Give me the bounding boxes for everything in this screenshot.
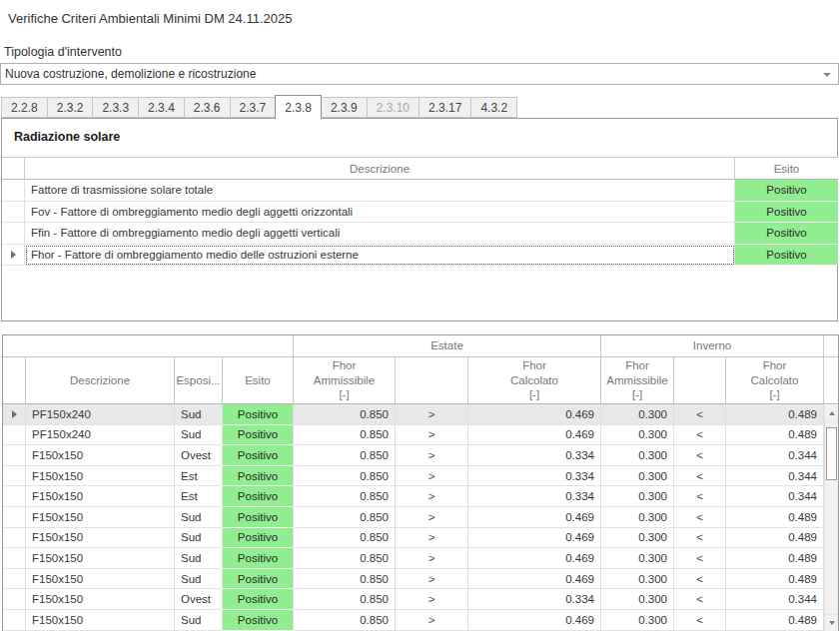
- cell-esposizione: Ovest: [175, 589, 223, 610]
- cell-estate-fhor-ammissibile: 0.850: [294, 610, 396, 631]
- results-row[interactable]: F150x150SudPositivo0.850>0.4690.300<0.48…: [3, 610, 838, 631]
- scroll-down-button[interactable]: [825, 614, 839, 631]
- cell-descrizione: F150x150: [26, 528, 175, 549]
- criteria-row[interactable]: Fov - Fattore di ombreggiamento medio de…: [2, 202, 838, 224]
- tab-2.3.10[interactable]: 2.3.10: [367, 97, 420, 118]
- cell-inverno-fhor-ammissibile: 0.300: [601, 507, 674, 528]
- results-row[interactable]: F150x150SudPositivo0.850>0.4690.300<0.48…: [3, 528, 838, 549]
- criteria-row[interactable]: Fattore di trasmissione solare totalePos…: [2, 180, 838, 202]
- results-row[interactable]: PF150x240SudPositivo0.850>0.4690.300<0.4…: [3, 404, 838, 425]
- cell-descrizione: F150x150: [26, 507, 175, 528]
- group-header-empty: [3, 335, 294, 357]
- criteria-row[interactable]: Ffin - Fattore di ombreggiamento medio d…: [2, 223, 838, 245]
- cell-estate-operator: >: [396, 425, 468, 446]
- cell-estate-fhor-ammissibile: 0.850: [294, 528, 396, 549]
- cell-estate-fhor-ammissibile: 0.850: [294, 548, 396, 569]
- cell-inverno-operator: <: [674, 548, 726, 569]
- row-select-indicator: [3, 528, 26, 549]
- cell-estate-fhor-calcolato: 0.469: [468, 404, 601, 425]
- cell-esposizione: Sud: [175, 425, 223, 446]
- cell-estate-fhor-ammissibile: 0.850: [294, 569, 396, 590]
- cell-inverno-fhor-ammissibile: 0.300: [601, 404, 674, 425]
- cell-esposizione: Est: [175, 486, 223, 507]
- results-row[interactable]: F150x150EstPositivo0.850>0.3340.300<0.34…: [3, 466, 838, 487]
- results-row[interactable]: PF150x240SudPositivo0.850>0.4690.300<0.4…: [3, 425, 838, 446]
- cell-estate-operator: >: [396, 548, 468, 569]
- cell-inverno-fhor-calcolato: 0.489: [726, 569, 824, 590]
- scroll-up-button[interactable]: [825, 405, 839, 422]
- cell-inverno-fhor-ammissibile: 0.300: [601, 486, 674, 507]
- criteria-row[interactable]: Fhor - Fattore di ombreggiamento medio d…: [2, 245, 838, 267]
- status-badge-positivo: Positivo: [223, 466, 294, 487]
- criteria-table: Descrizione Esito Fattore di trasmission…: [2, 157, 838, 266]
- intervention-combobox-value: Nuova costruzione, demolizione e ricostr…: [5, 67, 256, 81]
- status-badge-positivo: Positivo: [223, 589, 294, 610]
- tab-strip: 2.2.82.3.22.3.32.3.42.3.62.3.72.3.82.3.9…: [1, 95, 516, 118]
- tab-2.3.2[interactable]: 2.3.2: [47, 97, 94, 118]
- cell-inverno-fhor-ammissibile: 0.300: [601, 425, 674, 446]
- results-row[interactable]: F150x150OvestPositivo0.850>0.3340.300<0.…: [3, 589, 838, 610]
- cell-inverno-operator: <: [674, 569, 726, 590]
- criteria-table-body: Fattore di trasmissione solare totalePos…: [2, 180, 838, 266]
- results-table-group-header: Estate Inverno: [3, 335, 838, 357]
- tab-2.3.7[interactable]: 2.3.7: [230, 97, 277, 118]
- cell-estate-fhor-calcolato: 0.469: [468, 569, 601, 590]
- cell-estate-fhor-calcolato: 0.334: [468, 445, 601, 466]
- tab-2.3.17[interactable]: 2.3.17: [419, 97, 471, 118]
- status-badge-positivo: Positivo: [735, 202, 838, 224]
- cell-estate-fhor-calcolato: 0.469: [468, 528, 601, 549]
- tab-2.2.8[interactable]: 2.2.8: [1, 97, 48, 118]
- intervention-combobox[interactable]: Nuova costruzione, demolizione e ricostr…: [0, 63, 839, 85]
- tab-2.3.8[interactable]: 2.3.8: [275, 95, 322, 119]
- cell-inverno-fhor-calcolato: 0.489: [726, 404, 824, 425]
- tab-4.3.2[interactable]: 4.3.2: [470, 97, 517, 118]
- column-header-estate-fhor-calcolato[interactable]: Fhor Calcolato [-]: [468, 357, 601, 404]
- cell-inverno-fhor-ammissibile: 0.300: [601, 589, 674, 610]
- arrow-up-icon: [829, 411, 835, 415]
- tab-2.3.6[interactable]: 2.3.6: [184, 97, 231, 118]
- column-header-inverno-fhor-ammissibile[interactable]: Fhor Ammissibile [-]: [601, 357, 674, 404]
- group-header-estate: Estate: [294, 335, 601, 357]
- cell-inverno-fhor-calcolato: 0.489: [726, 610, 824, 631]
- cell-esposizione: Sud: [175, 528, 223, 549]
- status-badge-positivo: Positivo: [223, 404, 294, 425]
- results-row[interactable]: F150x150SudPositivo0.850>0.4690.300<0.48…: [3, 507, 838, 528]
- header-filler: [824, 357, 838, 404]
- status-badge-positivo: Positivo: [223, 486, 294, 507]
- row-select-indicator: [3, 569, 26, 590]
- cell-descrizione: Fov - Fattore di ombreggiamento medio de…: [25, 202, 735, 224]
- scrollbar-thumb[interactable]: [826, 427, 837, 480]
- cell-estate-fhor-calcolato: 0.469: [468, 425, 601, 446]
- column-header-estate-fhor-ammissibile[interactable]: Fhor Ammissibile [-]: [294, 357, 396, 404]
- tab-2.3.4[interactable]: 2.3.4: [138, 97, 185, 118]
- cell-inverno-operator: <: [674, 445, 726, 466]
- arrow-down-icon: [829, 621, 835, 625]
- cell-descrizione: F150x150: [26, 610, 175, 631]
- results-row[interactable]: F150x150EstPositivo0.850>0.3340.300<0.34…: [3, 486, 838, 507]
- column-header-descrizione[interactable]: Descrizione: [25, 158, 735, 180]
- row-select-indicator: [3, 445, 26, 466]
- results-row[interactable]: F150x150SudPositivo0.850>0.4690.300<0.48…: [3, 548, 838, 569]
- cell-descrizione: F150x150: [26, 569, 175, 590]
- results-row[interactable]: F150x150SudPositivo0.850>0.4690.300<0.48…: [3, 569, 838, 590]
- group-header-inverno: Inverno: [601, 335, 824, 357]
- column-header-esposizione[interactable]: Esposi...: [175, 357, 223, 404]
- cell-estate-operator: >: [396, 589, 468, 610]
- column-header-esito[interactable]: Esito: [223, 357, 294, 404]
- tab-2.3.3[interactable]: 2.3.3: [92, 97, 139, 118]
- cell-inverno-operator: <: [674, 507, 726, 528]
- cell-esposizione: Sud: [175, 548, 223, 569]
- results-row[interactable]: F150x150OvestPositivo0.850>0.3340.300<0.…: [3, 445, 838, 466]
- tab-2.3.9[interactable]: 2.3.9: [321, 97, 368, 118]
- column-header-inverno-operator: [674, 357, 726, 404]
- column-header-descrizione[interactable]: Descrizione: [26, 357, 175, 404]
- status-badge-positivo: Positivo: [735, 245, 838, 267]
- status-badge-positivo: Positivo: [223, 445, 294, 466]
- cell-descrizione: Fhor - Fattore di ombreggiamento medio d…: [25, 245, 735, 267]
- cell-inverno-fhor-ammissibile: 0.300: [601, 548, 674, 569]
- cell-inverno-fhor-calcolato: 0.489: [726, 548, 824, 569]
- column-header-esito[interactable]: Esito: [735, 158, 838, 180]
- cell-descrizione: F150x150: [26, 548, 175, 569]
- vertical-scrollbar[interactable]: [824, 405, 838, 631]
- column-header-inverno-fhor-calcolato[interactable]: Fhor Calcolato [-]: [726, 357, 824, 404]
